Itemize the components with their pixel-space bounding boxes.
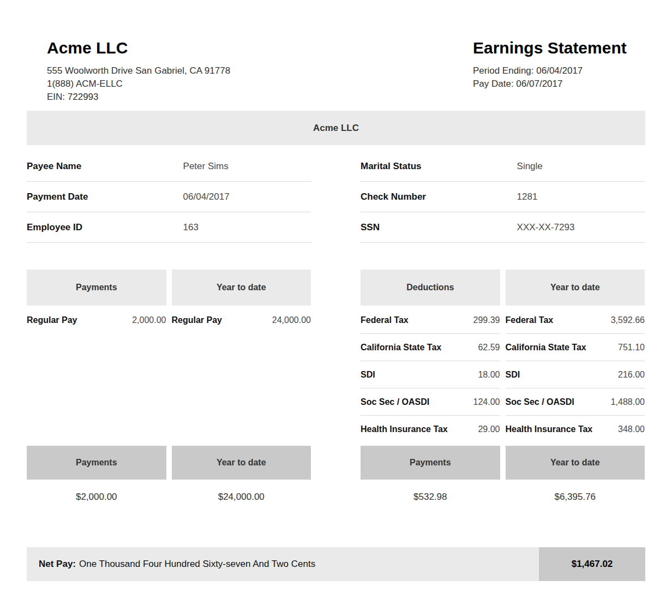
deductions-current-subtable: Federal Tax 299.39 California State Tax … (361, 307, 500, 442)
info-row-employee-id: Employee ID 163 (27, 212, 311, 243)
payments-current-subtable: Regular Pay 2,000.00 (27, 307, 166, 333)
info-value: 163 (183, 222, 199, 232)
payments-column: Payments Year to date Regular Pay 2,000.… (27, 270, 311, 503)
payments-totals-header: Payments (27, 446, 166, 480)
info-value: Single (517, 161, 543, 171)
net-pay-bar: Net Pay: One Thousand Four Hundred Sixty… (27, 547, 645, 581)
payments-ytd-subtable: Regular Pay 24,000.00 (172, 307, 311, 333)
company-address: 555 Woolworth Drive San Gabriel, CA 9177… (47, 64, 473, 77)
statement-title: Earnings Statement (473, 38, 645, 58)
info-value: XXX-XX-7293 (517, 222, 575, 232)
row-value: 62.59 (478, 342, 500, 352)
info-label: Check Number (361, 192, 517, 202)
payments-total-ytd: $24,000.00 (172, 492, 311, 503)
payments-ytd-header: Year to date (172, 270, 311, 306)
row-label: California State Tax (361, 342, 441, 352)
employee-info-right-column: Marital Status Single Check Number 1281 … (361, 151, 645, 243)
employee-info-left-column: Payee Name Peter Sims Payment Date 06/04… (27, 151, 311, 243)
deductions-total-ytd: $6,395.76 (506, 492, 645, 503)
deductions-totals-header: Payments (361, 446, 500, 480)
deductions-ytd-subtable: Federal Tax 3,592.66 California State Ta… (506, 307, 645, 442)
row-value: 216.00 (618, 369, 645, 380)
deductions-ytd-header: Year to date (506, 270, 645, 306)
row-label: Federal Tax (361, 315, 409, 325)
deductions-table-body: Federal Tax 299.39 California State Tax … (361, 307, 645, 442)
company-phone: 1(888) ACM-ELLC (47, 77, 473, 91)
row-value: 1,488.00 (611, 397, 645, 407)
table-row: Federal Tax 3,592.66 (506, 307, 645, 333)
table-row: Soc Sec / OASDI 1,488.00 (506, 388, 645, 415)
row-label: Health Insurance Tax (361, 424, 448, 434)
net-pay-text: Net Pay: One Thousand Four Hundred Sixty… (27, 547, 539, 581)
tables-section: Payments Year to date Regular Pay 2,000.… (27, 270, 645, 503)
info-label: Payment Date (27, 192, 183, 202)
deductions-totals-headers: Payments Year to date (361, 446, 645, 480)
payments-totals: Payments Year to date $2,000.00 $24,000.… (27, 442, 311, 503)
row-value: 24,000.00 (272, 315, 311, 325)
row-value: 348.00 (618, 424, 645, 434)
row-value: 29.00 (478, 424, 500, 434)
employee-info-section: Payee Name Peter Sims Payment Date 06/04… (27, 151, 645, 243)
deductions-totals-values: $532.98 $6,395.76 (361, 492, 645, 503)
row-label: Regular Pay (27, 315, 77, 325)
row-value: 751.10 (618, 342, 645, 352)
row-value: 3,592.66 (611, 315, 645, 325)
info-value: 06/04/2017 (183, 192, 230, 202)
info-label: Payee Name (27, 161, 183, 171)
info-row-check-number: Check Number 1281 (361, 182, 645, 212)
net-pay-amount: $1,467.02 (539, 547, 645, 581)
net-pay-label: Net Pay: (39, 559, 76, 570)
row-value: 18.00 (478, 369, 500, 380)
deductions-header: Deductions (361, 270, 500, 306)
period-ending: Period Ending: 06/04/2017 (473, 64, 645, 77)
pay-date: Pay Date: 06/07/2017 (473, 77, 645, 91)
table-row: Health Insurance Tax 348.00 (506, 415, 645, 442)
company-name-bar: Acme LLC (27, 111, 645, 145)
earnings-statement-page: Acme LLC 555 Woolworth Drive San Gabriel… (0, 0, 672, 616)
row-value: 124.00 (473, 397, 500, 407)
row-value: 2,000.00 (132, 315, 166, 325)
table-row: SDI 216.00 (506, 361, 645, 388)
deductions-column: Deductions Year to date Federal Tax 299.… (361, 270, 645, 503)
deductions-table-headers: Deductions Year to date (361, 270, 645, 306)
row-label: Health Insurance Tax (506, 424, 593, 434)
info-label: Employee ID (27, 222, 183, 232)
info-label: Marital Status (361, 161, 517, 171)
deductions-totals-ytd-header: Year to date (506, 446, 645, 480)
row-label: SDI (361, 369, 375, 380)
info-row-payee-name: Payee Name Peter Sims (27, 151, 311, 182)
info-value: 1281 (517, 192, 538, 202)
row-label: Soc Sec / OASDI (506, 397, 574, 407)
deductions-totals: Payments Year to date $532.98 $6,395.76 (361, 442, 645, 503)
payments-totals-values: $2,000.00 $24,000.00 (27, 492, 311, 503)
info-row-ssn: SSN XXX-XX-7293 (361, 212, 645, 243)
table-row: SDI 18.00 (361, 361, 500, 388)
table-row: Health Insurance Tax 29.00 (361, 415, 500, 442)
row-label: California State Tax (506, 342, 586, 352)
info-label: SSN (361, 222, 517, 232)
table-row: California State Tax 751.10 (506, 333, 645, 361)
payments-totals-ytd-header: Year to date (172, 446, 311, 480)
payments-table-headers: Payments Year to date (27, 270, 311, 306)
statement-header-block: Earnings Statement Period Ending: 06/04/… (473, 38, 645, 104)
table-row: Regular Pay 24,000.00 (172, 307, 311, 333)
net-pay-words: One Thousand Four Hundred Sixty-seven An… (79, 559, 315, 570)
row-value: 299.39 (473, 315, 500, 325)
row-label: Federal Tax (506, 315, 554, 325)
info-row-marital-status: Marital Status Single (361, 151, 645, 182)
table-row: Soc Sec / OASDI 124.00 (361, 388, 500, 415)
info-value: Peter Sims (183, 161, 229, 171)
company-name-title: Acme LLC (47, 38, 473, 58)
payments-table-body: Regular Pay 2,000.00 Regular Pay 24,000.… (27, 307, 311, 333)
row-label: Soc Sec / OASDI (361, 397, 429, 407)
table-row: Federal Tax 299.39 (361, 307, 500, 333)
company-header-block: Acme LLC 555 Woolworth Drive San Gabriel… (27, 38, 473, 104)
company-ein: EIN: 722993 (47, 91, 473, 104)
row-label: SDI (506, 369, 520, 380)
table-row: Regular Pay 2,000.00 (27, 307, 166, 333)
payments-totals-headers: Payments Year to date (27, 446, 311, 480)
document-header: Acme LLC 555 Woolworth Drive San Gabriel… (27, 0, 645, 104)
payments-total-current: $2,000.00 (27, 492, 166, 503)
payments-header: Payments (27, 270, 166, 306)
row-label: Regular Pay (172, 315, 222, 325)
